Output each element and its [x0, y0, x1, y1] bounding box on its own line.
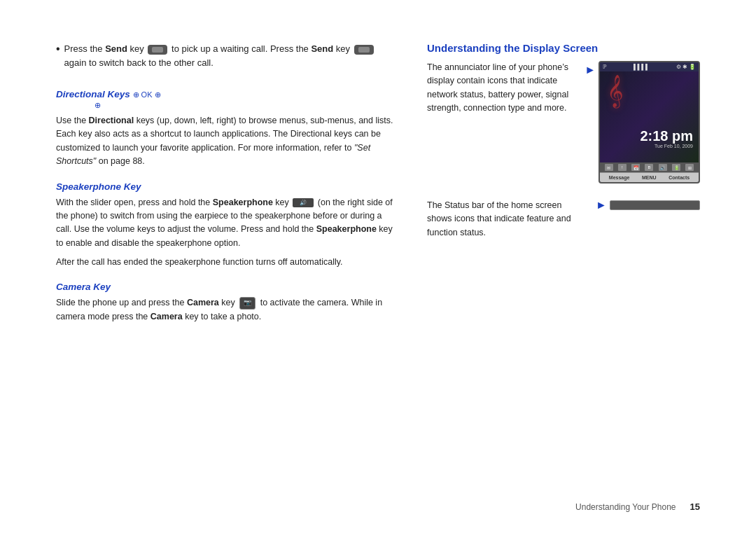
- phone-status-bar: ℙ ▌▌▌▌ ⚙ ✱ 🔋: [600, 62, 699, 71]
- directional-keys-body: Use the Directional keys (up, down, left…: [56, 114, 399, 169]
- left-column: • Press the Send key to pick up a waitin…: [56, 42, 399, 494]
- status-icons: ⚙ ✱ 🔋: [676, 64, 696, 70]
- send-key-icon: [148, 45, 167, 55]
- icon-vol: 🔊: [659, 164, 667, 171]
- directional-bold: Directional: [89, 116, 134, 125]
- icon-cal: 📅: [631, 164, 640, 171]
- camera-bold-2: Camera: [150, 312, 183, 321]
- camera-key-body: Slide the phone up and press the Camera …: [56, 296, 399, 324]
- phone-arrow-bottom: ►: [596, 199, 607, 212]
- icon-bat: 🔋: [672, 164, 680, 171]
- phone-time: 2:18 pm: [640, 128, 693, 144]
- phone-main-display: 𝄞 2:18 pm Tue Feb 10, 2009: [600, 71, 699, 162]
- send-key-section: • Press the Send key to pick up a waitin…: [56, 42, 399, 72]
- music-note-icon: 𝄞: [607, 75, 624, 107]
- camera-key-heading: Camera Key: [56, 282, 399, 292]
- phone-date: Tue Feb 10, 2009: [640, 144, 693, 148]
- signal-bars: ▌▌▌▌: [634, 64, 650, 70]
- phone-time-container: 2:18 pm Tue Feb 10, 2009: [640, 128, 693, 148]
- speakerphone-bold-2: Speakerphone: [316, 224, 377, 234]
- page: • Press the Send key to pick up a waitin…: [0, 0, 756, 540]
- signal-icon: ℙ: [603, 64, 607, 70]
- camera-key-icon: 📷: [239, 297, 255, 310]
- display-screen-para2: The Status bar of the home screen shows …: [427, 199, 589, 240]
- phone-screen: ℙ ▌▌▌▌ ⚙ ✱ 🔋 𝄞 2:18 pm Tue Feb 10, 2009: [598, 61, 700, 184]
- speakerphone-icon: 🔊: [293, 198, 314, 207]
- footer: Understanding Your Phone 15: [56, 494, 700, 512]
- right-column: Understanding the Display Screen The ann…: [427, 42, 700, 494]
- speakerphone-bold-1: Speakerphone: [213, 198, 273, 207]
- directional-keys-label: Directional Keys: [56, 89, 130, 99]
- bullet-dot: •: [56, 42, 60, 57]
- display-screen-para1: The annunciator line of your phone’s dis…: [427, 61, 578, 116]
- bullet-text-send: Press the Send key to pick up a waiting …: [64, 42, 399, 69]
- footer-page-number: 15: [690, 501, 700, 512]
- phone-bottom-bar: Message MENU Contacts: [600, 172, 699, 182]
- speakerphone-key-label: Speakerphone Key: [56, 181, 141, 192]
- icon-msg: ✉: [605, 164, 613, 171]
- speakerphone-key-body1: With the slider open, press and hold the…: [56, 196, 399, 251]
- bottom-menu: MENU: [642, 175, 657, 180]
- phone-arrow-top: ►: [584, 64, 596, 76]
- phone-icons-bar-indicator: [610, 200, 700, 210]
- bottom-message: Message: [609, 175, 630, 180]
- speakerphone-key-body2: After the call has ended the speakerphon…: [56, 256, 399, 269]
- send-key-icon-2: [354, 45, 374, 55]
- send-bold-1: Send: [105, 43, 127, 54]
- phone-icons-bar: ✉ ! 📅 B 🔊 🔋 ⊞: [600, 162, 699, 172]
- set-shortcuts-italic: "Set Shortcuts": [56, 143, 370, 166]
- icon-alert: !: [618, 164, 626, 171]
- camera-key-label: Camera Key: [56, 282, 111, 292]
- icon-bt: B: [645, 164, 653, 171]
- content-area: • Press the Send key to pick up a waitin…: [56, 42, 700, 494]
- footer-label: Understanding Your Phone: [575, 502, 676, 512]
- display-screen-heading: Understanding the Display Screen: [427, 42, 700, 54]
- bottom-contacts: Contacts: [668, 175, 690, 180]
- directional-keys-heading: Directional Keys ⊕ OK ⊕ ⊕: [56, 89, 399, 110]
- speakerphone-key-heading: Speakerphone Key: [56, 181, 399, 192]
- camera-bold-1: Camera: [187, 298, 219, 307]
- icon-misc: ⊞: [685, 164, 694, 171]
- bullet-item-send: • Press the Send key to pick up a waitin…: [56, 42, 399, 69]
- send-bold-2: Send: [311, 43, 333, 54]
